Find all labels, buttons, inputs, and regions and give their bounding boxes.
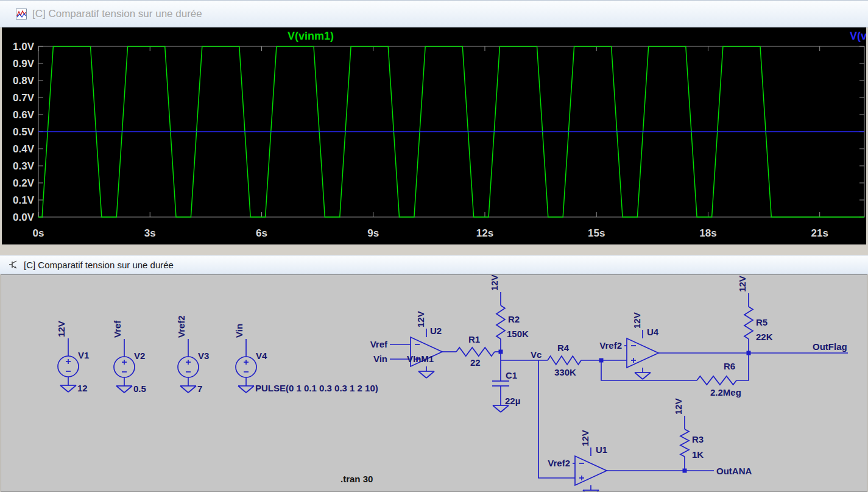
- waveform-titlebar[interactable]: [C] Comparatif tension sur une durée: [0, 1, 868, 27]
- x-axis-tick-label[interactable]: 6s: [256, 227, 267, 239]
- label-u2[interactable]: U2: [430, 326, 442, 336]
- ground-symbol[interactable]: [238, 386, 246, 393]
- net-label-vc[interactable]: Vc: [531, 349, 542, 360]
- component-r6[interactable]: [697, 376, 736, 385]
- net-label-12v[interactable]: 12V: [632, 312, 642, 329]
- y-axis-tick-label[interactable]: 1.0V: [13, 41, 35, 52]
- label-u4[interactable]: U4: [647, 327, 659, 337]
- junction-dot: [747, 351, 751, 355]
- wire[interactable]: [601, 360, 697, 380]
- ground-symbol[interactable]: [246, 386, 254, 393]
- value-r3[interactable]: 1K: [692, 449, 704, 460]
- net-label-12v[interactable]: 12V: [489, 275, 499, 291]
- label-r1[interactable]: R1: [468, 334, 480, 344]
- y-axis-tick-label[interactable]: 0.9V: [13, 58, 35, 70]
- value-v2[interactable]: 0.5: [133, 383, 146, 394]
- net-label-outana[interactable]: OutANA: [716, 466, 752, 476]
- label-r5[interactable]: R5: [756, 317, 767, 327]
- label-v4[interactable]: V4: [256, 351, 267, 361]
- net-label-12v[interactable]: 12V: [56, 321, 66, 337]
- y-axis-tick-label[interactable]: 0.8V: [13, 75, 35, 87]
- net-label-vin[interactable]: Vin: [373, 354, 387, 364]
- net-label-vref2[interactable]: Vref2: [176, 315, 186, 338]
- y-axis-tick-label[interactable]: 0.2V: [13, 177, 35, 189]
- net-label-vref[interactable]: Vref: [112, 320, 122, 338]
- wire[interactable]: [736, 353, 749, 380]
- value-r4[interactable]: 330K: [554, 367, 576, 377]
- label-r2[interactable]: R2: [508, 314, 520, 324]
- y-axis-tick-label[interactable]: 0.4V: [13, 143, 35, 155]
- x-axis-tick-label[interactable]: 18s: [699, 227, 716, 239]
- net-label-vinm1[interactable]: VInM1: [407, 354, 434, 364]
- x-axis-tick-label[interactable]: 21s: [811, 227, 828, 239]
- value-r1[interactable]: 22: [470, 357, 481, 368]
- net-label-12v[interactable]: 12V: [580, 430, 590, 446]
- value-r5[interactable]: 22K: [756, 332, 773, 342]
- component-r2[interactable]: [496, 305, 505, 339]
- spice-directive[interactable]: .tran 30: [340, 474, 373, 484]
- net-label-vref2[interactable]: Vref2: [599, 340, 622, 351]
- ground-symbol[interactable]: [501, 405, 509, 412]
- x-axis-tick-label[interactable]: 3s: [144, 227, 156, 239]
- value-v3[interactable]: 7: [197, 383, 202, 394]
- x-axis-tick-label[interactable]: 15s: [588, 227, 605, 239]
- component-u1[interactable]: [575, 456, 607, 485]
- ground-symbol[interactable]: [116, 386, 124, 393]
- y-axis-tick-label[interactable]: 0.5V: [13, 126, 35, 138]
- ground-symbol[interactable]: [180, 386, 188, 393]
- label-v1[interactable]: V1: [78, 350, 89, 360]
- y-axis-tick-label[interactable]: 0.3V: [13, 160, 35, 172]
- waveform-window: [C] Comparatif tension sur une durée 0.0…: [0, 0, 868, 246]
- x-axis-tick-label[interactable]: 9s: [367, 227, 379, 239]
- net-label-12v[interactable]: 12V: [673, 398, 683, 415]
- legend-second-trace[interactable]: V(v: [850, 30, 866, 42]
- junction-dot: [499, 350, 503, 354]
- net-label-12v[interactable]: 12V: [415, 311, 426, 327]
- component-r4[interactable]: [548, 356, 581, 365]
- value-c1[interactable]: 22µ: [505, 396, 520, 406]
- y-axis-tick-label[interactable]: 0.0V: [13, 212, 35, 223]
- net-label-12v[interactable]: 12V: [737, 276, 747, 292]
- label-c1[interactable]: C1: [506, 370, 517, 380]
- schematic-window: [C] Comparatif tension sur une durée 12V…: [0, 255, 868, 492]
- net-label-outflag[interactable]: OutFlag: [813, 341, 847, 352]
- value-r6[interactable]: 2.2Meg: [710, 387, 741, 398]
- component-r1[interactable]: [456, 348, 495, 356]
- label-u1[interactable]: U1: [596, 444, 607, 455]
- value-v1[interactable]: 12: [77, 383, 88, 393]
- ground-symbol[interactable]: [418, 371, 426, 378]
- ground-symbol[interactable]: [60, 385, 68, 392]
- schematic-svg[interactable]: 12VV112VrefV20.5Vref2V37VinV4PULSE(0 1 0…: [1, 275, 867, 491]
- ground-symbol[interactable]: [635, 373, 643, 379]
- ground-symbol[interactable]: [493, 405, 501, 412]
- net-label-vin[interactable]: Vin: [234, 324, 244, 338]
- ground-symbol[interactable]: [643, 373, 651, 379]
- y-axis-tick-label[interactable]: 0.6V: [13, 109, 35, 121]
- label-v2[interactable]: V2: [134, 351, 145, 361]
- waveform-plot-icon: [16, 9, 27, 20]
- value-v4[interactable]: PULSE(0 1 0.1 0.3 0.3 1 2 10): [255, 383, 378, 393]
- y-axis-tick-label[interactable]: 0.1V: [13, 194, 35, 206]
- label-r3[interactable]: R3: [692, 434, 704, 444]
- waveform-plot-svg[interactable]: 0.0V0.1V0.2V0.3V0.4V0.5V0.6V0.7V0.8V0.9V…: [2, 27, 866, 244]
- component-u4[interactable]: [627, 338, 658, 368]
- y-axis-tick-label[interactable]: 0.7V: [13, 92, 35, 104]
- x-axis-tick-label[interactable]: 0s: [33, 227, 44, 239]
- schematic-canvas[interactable]: 12VV112VrefV20.5Vref2V37VinV4PULSE(0 1 0…: [1, 274, 867, 492]
- schematic-titlebar[interactable]: [C] Comparatif tension sur une durée: [0, 255, 868, 274]
- value-r2[interactable]: 150K: [507, 329, 529, 339]
- net-label-vref2[interactable]: Vref2: [548, 458, 570, 468]
- ground-symbol[interactable]: [68, 385, 76, 392]
- label-r4[interactable]: R4: [557, 343, 570, 353]
- component-r3[interactable]: [680, 429, 689, 457]
- x-axis-tick-label[interactable]: 12s: [476, 227, 493, 239]
- ground-symbol[interactable]: [188, 386, 196, 393]
- label-r6[interactable]: R6: [724, 361, 735, 371]
- waveform-plot-area[interactable]: 0.0V0.1V0.2V0.3V0.4V0.5V0.6V0.7V0.8V0.9V…: [2, 27, 866, 244]
- label-v3[interactable]: V3: [198, 351, 209, 361]
- ground-symbol[interactable]: [124, 386, 132, 393]
- component-r5[interactable]: [744, 307, 753, 339]
- legend-vinm1[interactable]: V(vinm1): [288, 30, 334, 42]
- net-label-vref[interactable]: Vref: [370, 339, 388, 349]
- ground-symbol[interactable]: [426, 371, 434, 378]
